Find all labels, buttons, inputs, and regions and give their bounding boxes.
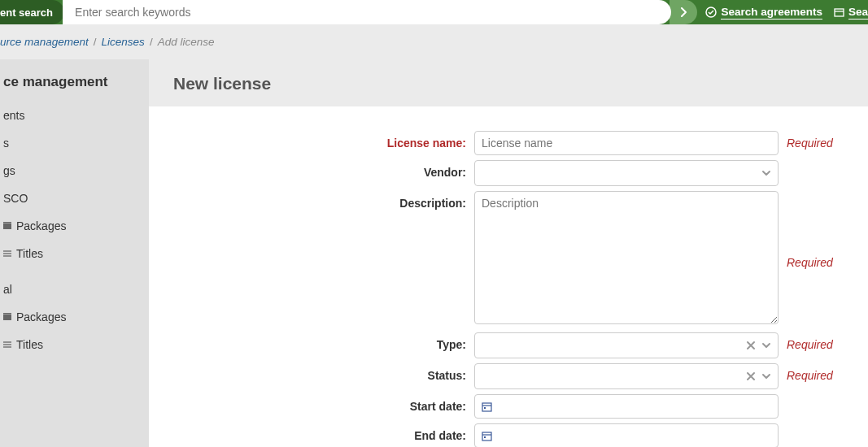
sidebar-item-label: SCO <box>3 192 28 205</box>
start-date-label: Start date: <box>157 394 466 413</box>
search-agreements-label: Search agreements <box>721 5 822 20</box>
search-agreements-link[interactable]: Search agreements <box>705 5 822 20</box>
search-context-tag[interactable]: ent search <box>0 0 64 24</box>
svg-rect-13 <box>482 403 491 411</box>
sidebar-item-label: gs <box>3 164 15 177</box>
license-name-label: License name: <box>157 131 466 150</box>
sidebar-item-label: ents <box>3 109 24 122</box>
list-icon <box>3 341 11 349</box>
sidebar-item-label: Packages <box>16 310 66 323</box>
vendor-label: Vendor: <box>157 160 466 179</box>
sidebar-item-titles[interactable]: Titles <box>0 240 149 267</box>
sidebar-item-gs[interactable]: gs <box>0 157 149 184</box>
status-select[interactable] <box>474 363 779 389</box>
breadcrumb-licenses[interactable]: Licenses <box>102 36 145 48</box>
sidebar-item-sco[interactable]: SCO <box>0 184 149 212</box>
clear-icon[interactable] <box>746 371 756 381</box>
breadcrumb-current: Add license <box>158 36 215 48</box>
topbar-sea-label: Sea <box>848 5 868 20</box>
svg-rect-3 <box>3 224 11 229</box>
svg-rect-1 <box>835 9 844 16</box>
search-input[interactable] <box>63 6 671 19</box>
sidebar: ce management ents s gs SCO Packages Tit… <box>0 59 149 447</box>
sidebar-item-label: Titles <box>16 247 43 260</box>
type-select[interactable] <box>474 332 779 358</box>
sidebar-item-label: Titles <box>16 338 43 351</box>
svg-rect-15 <box>484 407 486 409</box>
type-label: Type: <box>157 332 466 351</box>
page-title: New license <box>149 59 868 106</box>
license-name-input[interactable] <box>474 131 779 155</box>
type-required-msg: Required <box>787 332 852 351</box>
breadcrumb-urce-management[interactable]: urce management <box>0 36 89 48</box>
breadcrumb-sep: / <box>94 36 97 48</box>
main-content: New license License name: Required Vendo… <box>149 59 868 447</box>
sidebar-item-packages[interactable]: Packages <box>0 212 149 240</box>
search-submit-button[interactable] <box>670 0 697 24</box>
archive-icon <box>3 313 11 321</box>
search-context-label: ent search <box>0 7 53 19</box>
svg-rect-8 <box>3 315 11 320</box>
sidebar-item-titles-2[interactable]: Titles <box>0 331 149 358</box>
sidebar-item-ents[interactable]: ents <box>0 102 149 129</box>
box-icon <box>834 7 844 17</box>
description-required-msg: Required <box>787 250 852 269</box>
end-date-msg <box>787 423 852 429</box>
sidebar-item-label: s <box>3 137 9 150</box>
start-date-input[interactable] <box>474 394 779 419</box>
sidebar-title: ce management <box>0 59 149 102</box>
sidebar-item-al[interactable]: al <box>0 276 149 303</box>
end-date-label: End date: <box>157 423 466 442</box>
list-icon <box>3 250 11 258</box>
status-required-msg: Required <box>787 363 852 382</box>
topbar: ent search Search agreements Sea <box>0 0 868 24</box>
start-date-msg <box>787 394 852 400</box>
sidebar-item-packages-2[interactable]: Packages <box>0 303 149 331</box>
form-card: License name: Required Vendor: Descripti… <box>149 106 868 447</box>
description-textarea[interactable] <box>474 191 779 324</box>
svg-rect-9 <box>3 313 11 315</box>
vendor-msg <box>787 160 852 166</box>
check-circle-icon <box>705 7 717 18</box>
vendor-select[interactable] <box>474 160 779 186</box>
description-label: Description: <box>157 191 466 210</box>
topbar-sea-link[interactable]: Sea <box>834 5 868 20</box>
calendar-icon <box>482 401 492 412</box>
topbar-right: Search agreements Sea <box>697 0 868 24</box>
calendar-icon <box>482 431 492 441</box>
svg-rect-18 <box>484 436 486 438</box>
sidebar-item-s[interactable]: s <box>0 129 149 157</box>
svg-rect-4 <box>3 222 11 224</box>
svg-rect-16 <box>482 432 491 440</box>
status-label: Status: <box>157 363 466 382</box>
arrow-right-icon <box>678 7 688 17</box>
archive-icon <box>3 222 11 230</box>
end-date-input[interactable] <box>474 423 779 447</box>
clear-icon[interactable] <box>746 341 756 350</box>
search-input-wrap <box>63 0 671 24</box>
license-name-required-msg: Required <box>787 131 852 150</box>
breadcrumb-sep: / <box>150 36 153 48</box>
sidebar-item-label: al <box>3 283 12 296</box>
breadcrumb: urce management / Licenses / Add license <box>0 24 868 59</box>
sidebar-item-label: Packages <box>16 219 66 232</box>
